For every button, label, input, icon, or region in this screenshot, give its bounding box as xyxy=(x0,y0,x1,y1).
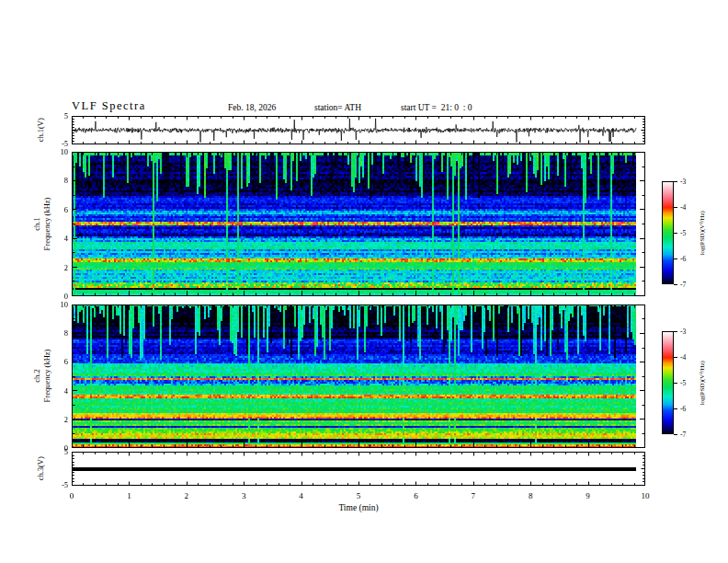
colorbar-tick xyxy=(674,207,677,208)
colorbar-tick xyxy=(674,181,677,182)
x-tick-label: 2 xyxy=(176,491,197,500)
colorbar-tick-label: -5 xyxy=(680,379,686,387)
y-tick-label: 10 xyxy=(37,147,68,156)
y-tick-label: 5 xyxy=(37,111,68,121)
ch2-spectrogram-plot xyxy=(72,304,645,448)
plot-date: Feb. 18, 2026 xyxy=(228,103,276,112)
y-tick-label: 2 xyxy=(37,263,68,272)
colorbar-ch1-label: log(PSD)(V²/Hz) xyxy=(698,189,708,277)
y-tick-label: 8 xyxy=(37,328,68,338)
plot-title: VLF Spectra xyxy=(72,99,146,113)
ch1-spec-ylabel: ch.1 Frequency (kHz) xyxy=(32,178,51,270)
colorbar-tick-label: -5 xyxy=(680,229,686,237)
colorbar-tick xyxy=(674,284,677,285)
plot-station: station= ATH xyxy=(314,103,361,112)
vlf-spectra-figure: VLF Spectra Feb. 18, 2026 station= ATH s… xyxy=(0,0,728,563)
x-tick-label: 9 xyxy=(578,491,598,500)
y-tick-label: 2 xyxy=(37,415,68,424)
x-tick-label: 1 xyxy=(119,491,139,500)
ch3-wave-ylabel: ch.3(V) xyxy=(36,427,46,510)
x-tick-label: 6 xyxy=(405,491,426,500)
colorbar-tick-label: -3 xyxy=(680,327,686,336)
colorbar-tick-label: -7 xyxy=(680,281,686,289)
y-tick-label: 4 xyxy=(37,234,68,243)
y-tick-label: 10 xyxy=(37,300,68,309)
y-tick-label: -5 xyxy=(37,480,68,489)
ch1-wave-ylabel: ch.1(V) xyxy=(36,88,46,171)
colorbar-tick-label: -4 xyxy=(680,353,686,362)
x-tick-label: 8 xyxy=(520,491,540,500)
ch2-spec-ylabel: ch.2 Frequency (kHz) xyxy=(32,330,51,422)
y-tick-label: 0 xyxy=(37,443,68,453)
x-tick-label: 3 xyxy=(233,491,254,500)
x-axis-label: Time (min) xyxy=(322,503,395,512)
y-tick-label: 6 xyxy=(37,205,68,214)
colorbar-tick-label: -7 xyxy=(680,431,686,439)
colorbar-tick-label: -6 xyxy=(680,255,686,263)
x-tick-label: 4 xyxy=(291,491,312,500)
x-tick-label: 5 xyxy=(348,491,369,500)
colorbar-ch1 xyxy=(662,181,674,284)
colorbar-tick xyxy=(674,383,677,384)
plot-start-ut: start UT = 21: 0 : 0 xyxy=(401,103,472,112)
colorbar-tick xyxy=(674,259,677,259)
ch1-spec-ylabel-line1: ch.1 xyxy=(32,217,41,230)
colorbar-ch2 xyxy=(662,331,674,434)
y-tick-label: 8 xyxy=(37,176,68,185)
colorbar-tick xyxy=(674,408,677,409)
colorbar-tick-label: -6 xyxy=(680,405,686,413)
colorbar-tick xyxy=(674,357,677,358)
colorbar-ch2-label: log(PSD)(V²/Hz) xyxy=(698,339,708,427)
ch3-waveform-plot xyxy=(72,452,645,486)
ch2-spec-ylabel-line1: ch.2 xyxy=(32,369,41,382)
colorbar-tick xyxy=(674,233,677,234)
x-tick-label: 10 xyxy=(635,491,655,500)
x-tick-label: 7 xyxy=(463,491,483,500)
colorbar-tick xyxy=(674,434,677,435)
ch1-spectrogram-plot xyxy=(72,152,645,296)
colorbar-tick-label: -4 xyxy=(680,203,686,212)
x-tick-label: 0 xyxy=(62,491,82,500)
y-tick-label: 6 xyxy=(37,357,68,366)
ch1-waveform-plot xyxy=(72,116,645,144)
y-tick-label: 4 xyxy=(37,386,68,396)
colorbar-tick-label: -3 xyxy=(680,178,686,186)
colorbar-tick xyxy=(674,331,677,332)
